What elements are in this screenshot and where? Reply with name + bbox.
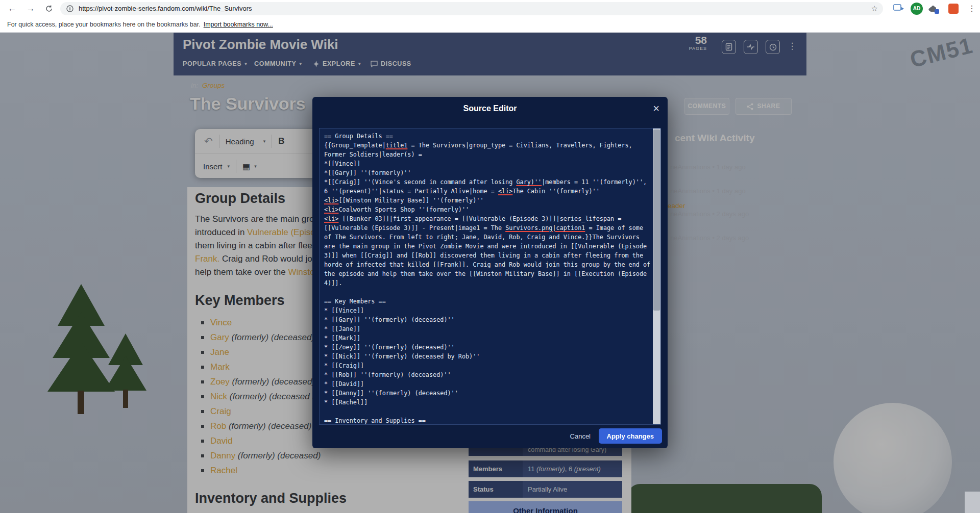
misspelled-token: <li>	[498, 188, 512, 195]
source-line: *[[Craig]] ''(Vince's second in command …	[324, 177, 651, 187]
source-line: * [[David]]	[324, 379, 651, 389]
source-line: <li> [[Bunker 03]]|first_appearance = [[…	[324, 214, 651, 223]
cast-icon[interactable]	[893, 4, 904, 13]
misspelled-token: <li>	[324, 215, 338, 222]
reload-button[interactable]	[42, 2, 56, 16]
scrollbar-corner[interactable]	[965, 492, 980, 513]
misspelled-token: Gary)''	[516, 178, 542, 186]
profile-avatar[interactable]: AD	[911, 3, 923, 15]
source-line	[324, 288, 651, 297]
browser-menu-icon[interactable]: ⋮	[968, 3, 976, 15]
modal-header: Source Editor ×	[312, 97, 668, 120]
source-line	[324, 407, 651, 416]
misspelled-token: Survivors.png|caption1	[505, 224, 585, 232]
source-textarea[interactable]: == Group Details =={{Group_Template|titl…	[319, 128, 661, 425]
modal-title: Source Editor	[463, 104, 517, 113]
source-line: * [[Mark]]	[324, 334, 651, 343]
source-line: 4)]].	[324, 278, 651, 288]
source-line: <li>Coalworth Sports Shop ''(formerly)''	[324, 205, 651, 214]
cancel-button[interactable]: Cancel	[565, 428, 596, 444]
screen: ← → https://pivot-zombie-series.fandom.c…	[0, 0, 980, 513]
source-line: Former Soldiers|leader(s) =	[324, 150, 651, 159]
source-line: * [[Craig]]	[324, 361, 651, 370]
source-line: of The Survivors. From left to right; Ja…	[324, 233, 651, 242]
import-bookmarks-link[interactable]: Import bookmarks now...	[204, 21, 273, 28]
source-line: *[[Vince]]	[324, 159, 651, 168]
site-info-icon[interactable]	[66, 5, 74, 12]
source-line: * [[Vince]]	[324, 306, 651, 315]
source-line: * [[Rob]] ''(formerly) (deceased)''	[324, 370, 651, 379]
close-icon[interactable]: ×	[653, 97, 659, 120]
editor-scrollbar[interactable]	[653, 129, 660, 424]
browser-toolbar: ← → https://pivot-zombie-series.fandom.c…	[0, 0, 980, 17]
source-line: the episode and help them take over the …	[324, 269, 651, 278]
reload-icon	[45, 5, 53, 13]
source-line: == Inventory and Supplies ==	[324, 416, 651, 425]
source-line: {{Group_Template|title1 = The Survivors|…	[324, 141, 651, 150]
source-line: * [[Rachel]]	[324, 398, 651, 407]
address-bar[interactable]: https://pivot-zombie-series.fandom.com/w…	[60, 2, 883, 15]
source-line: 3)]] when [[Craig]] and [[Rob]] discover…	[324, 251, 651, 260]
bookmarks-bar: For quick access, place your bookmarks h…	[0, 17, 980, 33]
source-text: == Group Details =={{Group_Template|titl…	[324, 132, 651, 425]
forward-button[interactable]: →	[23, 2, 38, 16]
source-line: are the main group in the Pivot Zombie M…	[324, 242, 651, 251]
misspelled-token: title1	[386, 142, 408, 149]
misspelled-token: <li>	[324, 197, 338, 204]
apply-changes-button[interactable]: Apply changes	[599, 428, 662, 444]
source-line: * [[Nick]] ''(formerly) (deceased by Rob…	[324, 352, 651, 361]
bookmarks-hint: For quick access, place your bookmarks h…	[7, 21, 201, 28]
source-line: horde of infected that killed [[Frank]].…	[324, 260, 651, 269]
source-editor-modal: Source Editor × == Group Details =={{Gro…	[312, 97, 668, 448]
extensions-icon[interactable]	[928, 3, 940, 15]
source-line: * [[Zoey]] ''(formerly) (deceased)''	[324, 343, 651, 352]
source-line: *[[Gary]] ''(formerly)''	[324, 168, 651, 177]
misspelled-token: <li>	[324, 206, 338, 213]
back-button[interactable]: ←	[5, 2, 19, 16]
source-line: * [[Danny]] ''(formerly) (deceased)''	[324, 389, 651, 398]
source-line: <li>[[Winston Military Base]] ''(formerl…	[324, 196, 651, 205]
source-line: * [[Gary]] ''(formerly) (deceased)''	[324, 315, 651, 324]
scrollbar-thumb[interactable]	[653, 130, 660, 311]
extension-badge	[935, 9, 939, 14]
url-text: https://pivot-zombie-series.fandom.com/w…	[79, 2, 252, 15]
source-line: == Key Members ==	[324, 297, 651, 306]
extension-icon-orange[interactable]	[948, 4, 959, 14]
source-line: * [[Jane]]	[324, 324, 651, 334]
source-line: 6 ''(present)''|status = Partially Alive…	[324, 187, 651, 196]
source-line: [[Vulnerable (Episode 3)]] - Present|ima…	[324, 223, 651, 233]
source-line: == Group Details ==	[324, 132, 651, 141]
bookmark-star-icon[interactable]: ☆	[871, 2, 878, 15]
